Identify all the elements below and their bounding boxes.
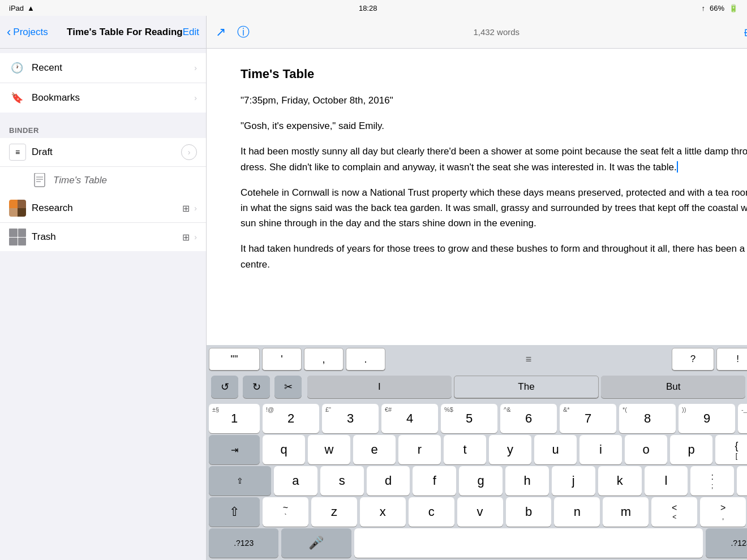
key-s[interactable]: s (320, 466, 364, 496)
key-a[interactable]: a (274, 466, 317, 496)
key-t[interactable]: t (444, 435, 486, 464)
space-key[interactable] (354, 528, 703, 558)
apostrophe-key[interactable]: ' (262, 348, 302, 371)
key-f[interactable]: f (413, 466, 456, 496)
key-y[interactable]: y (489, 435, 531, 464)
key-7[interactable]: &* 7 (560, 404, 616, 433)
key-x[interactable]: x (360, 497, 406, 527)
times-table-label: Time's Table (53, 175, 107, 186)
key-0[interactable]: -_ 0 (738, 404, 747, 433)
grid-icon: ⊞ (182, 203, 190, 214)
key-1[interactable]: ±§ 1 (209, 404, 260, 433)
key-d[interactable]: d (367, 466, 410, 496)
grid-icon-2: ⊞ (182, 232, 190, 243)
key-8[interactable]: *( 8 (619, 404, 676, 433)
back-chevron-icon[interactable]: ‹ (7, 25, 11, 40)
key-m[interactable]: m (603, 497, 649, 527)
key-q[interactable]: q (263, 435, 305, 464)
undo-button[interactable]: ↺ (211, 376, 238, 398)
sidebar-item-trash[interactable]: Trash ⊞ › (0, 222, 206, 251)
shift-key-left[interactable]: ⇧ (209, 497, 260, 527)
key-quote-dquote[interactable]: "' (737, 466, 747, 496)
keyboard-area: "" ' , . ≡ ? ! : ; ↺ ↻ ✂ (207, 345, 747, 560)
info-icon[interactable]: ⓘ (237, 24, 250, 41)
key-w[interactable]: w (308, 435, 350, 464)
suggestion-the[interactable]: The (454, 376, 599, 398)
sidebar-item-bookmarks[interactable]: 🔖 Bookmarks › (0, 83, 206, 113)
sidebar-item-research[interactable]: Research ⊞ › (0, 194, 206, 222)
key-open-brace[interactable]: {[ (715, 435, 747, 464)
sidebar-item-recent[interactable]: 🕐 Recent › (0, 53, 206, 83)
projects-back-button[interactable]: Projects (13, 27, 48, 38)
key-i[interactable]: i (579, 435, 622, 464)
zxcv-row: ⇧ ~` z x c v b n m << >, ?/ ⇧ (209, 497, 747, 527)
key-u[interactable]: u (534, 435, 577, 464)
recent-label: Recent (32, 62, 194, 74)
qwerty-row: ⇥ q w e r t y u i o p {[ }] |\ (209, 435, 747, 464)
ipad-label: iPad (9, 4, 24, 12)
key-5[interactable]: %$ 5 (441, 404, 497, 433)
key-tilde[interactable]: ~` (263, 497, 308, 527)
num-sym-key-right[interactable]: .?123 (706, 528, 747, 558)
draft-icon: ≡ (9, 144, 26, 161)
share-icon[interactable]: ⌲ (744, 25, 748, 40)
period-key[interactable]: . (346, 348, 385, 371)
key-j[interactable]: j (552, 466, 595, 496)
redo-button[interactable]: ↻ (243, 376, 270, 398)
key-2[interactable]: !@ 2 (263, 404, 319, 433)
key-g[interactable]: g (459, 466, 503, 496)
key-e[interactable]: e (353, 435, 396, 464)
key-k[interactable]: k (598, 466, 642, 496)
key-b[interactable]: b (506, 497, 552, 527)
chevron-circle-icon: › (181, 144, 197, 160)
question-key[interactable]: ? (672, 348, 714, 371)
key-z[interactable]: z (311, 497, 357, 527)
key-l[interactable]: l (645, 466, 688, 496)
status-bar: iPad ▲ 18:28 ↑ 66% 🔋 (0, 0, 747, 16)
num-sym-key-left[interactable]: .?123 (209, 528, 278, 558)
quotes-key[interactable]: "" (209, 348, 260, 371)
key-p[interactable]: p (670, 435, 712, 464)
key-4[interactable]: €# 4 (381, 404, 438, 433)
edit-button[interactable]: Edit (183, 27, 199, 38)
draft-label: Draft (32, 147, 181, 158)
cut-button[interactable]: ✂ (274, 376, 302, 398)
chevron-right-icon: › (194, 63, 197, 72)
suggestion-but[interactable]: But (601, 376, 745, 398)
research-label: Research (32, 203, 182, 214)
chevron-right-icon-3: › (194, 204, 197, 213)
asdf-row: ⇪ a s d f g h j k l :; "' ↵ (209, 466, 747, 496)
key-c[interactable]: c (409, 497, 454, 527)
key-lt[interactable]: << (651, 497, 697, 527)
bookmarks-label: Bookmarks (32, 92, 194, 104)
key-n[interactable]: n (554, 497, 600, 527)
sidebar-item-draft[interactable]: ≡ Draft › (0, 138, 206, 166)
key-v[interactable]: v (457, 497, 503, 527)
suggestions-row: ↺ ↻ ✂ I The But 💬 🔗 ···· (207, 372, 747, 402)
editor-toolbar: ↗ ⓘ 1,432 words ⌲ ⏱ 🔍 Done (207, 16, 747, 49)
battery-icon: 🔋 (729, 4, 738, 12)
sidebar-item-times-table[interactable]: Time's Table (0, 166, 206, 194)
key-h[interactable]: h (505, 466, 549, 496)
hamburger-icon: ≡ (526, 354, 532, 365)
exclamation-key[interactable]: ! (716, 348, 747, 371)
editor-panel: ↗ ⓘ 1,432 words ⌲ ⏱ 🔍 Done Time's Table … (207, 16, 747, 560)
tab-key[interactable]: ⇥ (209, 435, 260, 464)
key-r[interactable]: r (398, 435, 441, 464)
caps-lock-key[interactable]: ⇪ (209, 466, 271, 496)
suggestion-i[interactable]: I (307, 376, 452, 398)
key-9[interactable]: )) 9 (679, 404, 735, 433)
key-6[interactable]: ^& 6 (500, 404, 557, 433)
arrow-icon[interactable]: ↗ (216, 25, 226, 40)
key-gt[interactable]: >, (700, 497, 746, 527)
key-colon-semi[interactable]: :; (690, 466, 734, 496)
editor-content[interactable]: Time's Table "7:35pm, Friday, October 8t… (207, 49, 747, 345)
key-3[interactable]: £" 3 (322, 404, 379, 433)
clock-icon: 🕐 (9, 60, 25, 76)
key-o[interactable]: o (625, 435, 667, 464)
document-title: Time's Table (241, 67, 747, 81)
mic-key[interactable]: 🎤 (281, 528, 351, 558)
paragraph-3: It had been mostly sunny all day but cle… (241, 144, 747, 174)
comma-key[interactable]: , (304, 348, 344, 371)
trash-label: Trash (32, 231, 182, 243)
